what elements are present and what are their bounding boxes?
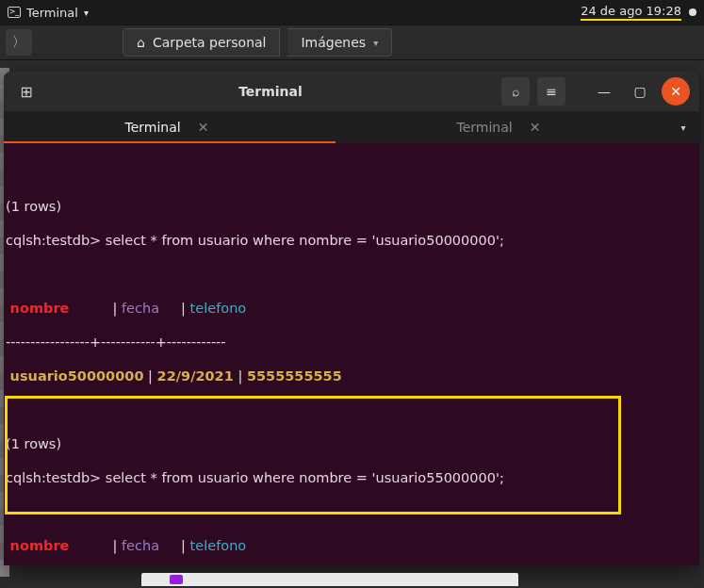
search-icon: ⌕ <box>512 84 519 99</box>
val-fecha: 22/9/2021 <box>157 368 234 384</box>
tab-label: Terminal <box>125 120 181 135</box>
terminal-window: ⊞ Terminal ⌕ ≡ — ▢ ✕ Terminal ✕ Terminal… <box>4 72 699 565</box>
app-menu-caret-icon[interactable]: ▾ <box>84 8 89 18</box>
col-telefono: telefono <box>190 538 247 553</box>
home-icon: ⌂ <box>137 35 145 50</box>
header-separator: -----------------+-----------+----------… <box>6 334 697 351</box>
col-nombre: nombre <box>10 301 70 316</box>
rows-count: (1 rows) <box>6 198 697 215</box>
topbar-clock[interactable]: 24 de ago 19:28 <box>581 4 681 21</box>
maximize-icon: ▢ <box>633 84 646 99</box>
background-window-sliver <box>141 573 518 586</box>
window-title: Terminal <box>47 84 494 99</box>
tab-close-button[interactable]: ✕ <box>524 120 547 135</box>
minimize-button[interactable]: — <box>590 77 618 106</box>
breadcrumb-images-label: Imágenes <box>301 35 366 50</box>
hamburger-menu-button[interactable]: ≡ <box>537 77 565 106</box>
cql-prompt: cqlsh:testdb> <box>6 233 101 248</box>
breadcrumb-home[interactable]: ⌂ Carpeta personal <box>123 28 280 57</box>
close-button[interactable]: ✕ <box>662 77 690 106</box>
terminal-tab-2[interactable]: Terminal ✕ <box>336 111 667 143</box>
chevron-down-icon: ▾ <box>373 38 378 48</box>
sql-query: select * from usuario where nombre = 'us… <box>106 233 504 248</box>
col-nombre: nombre <box>10 538 70 553</box>
terminal-headerbar: ⊞ Terminal ⌕ ≡ — ▢ ✕ <box>4 72 699 111</box>
breadcrumb-images[interactable]: Imágenes ▾ <box>287 28 392 57</box>
terminal-output[interactable]: (1 rows) cqlsh:testdb> select * from usu… <box>4 143 699 565</box>
search-button[interactable]: ⌕ <box>501 77 530 106</box>
close-icon: ✕ <box>670 84 681 99</box>
highlight-box <box>5 396 621 514</box>
nav-forward-button[interactable]: 〉 <box>6 29 32 56</box>
files-header: 〉 ⌂ Carpeta personal Imágenes ▾ <box>0 24 704 60</box>
breadcrumb-home-label: Carpeta personal <box>153 35 267 50</box>
tab-overflow-button[interactable]: ▾ <box>667 111 699 143</box>
topbar-app-name[interactable]: Terminal <box>26 6 78 20</box>
terminal-tabbar: Terminal ✕ Terminal ✕ ▾ <box>4 111 699 143</box>
tab-label: Terminal <box>457 120 513 135</box>
val-telefono: 5555555555 <box>247 368 342 384</box>
tab-close-button[interactable]: ✕ <box>192 120 215 135</box>
terminal-icon: >_ <box>8 7 21 18</box>
col-telefono: telefono <box>190 301 247 316</box>
minimize-icon: — <box>598 84 611 99</box>
terminal-tab-1[interactable]: Terminal ✕ <box>4 111 336 143</box>
notification-dot-icon[interactable] <box>689 8 696 16</box>
maximize-button[interactable]: ▢ <box>626 77 654 106</box>
system-topbar: >_ Terminal ▾ 24 de ago 19:28 <box>0 0 704 24</box>
col-fecha: fecha <box>122 538 159 553</box>
col-fecha: fecha <box>122 301 159 316</box>
val-nombre: usuario50000000 <box>10 368 144 384</box>
new-tab-button[interactable]: ⊞ <box>13 78 40 105</box>
hamburger-icon: ≡ <box>546 84 557 99</box>
